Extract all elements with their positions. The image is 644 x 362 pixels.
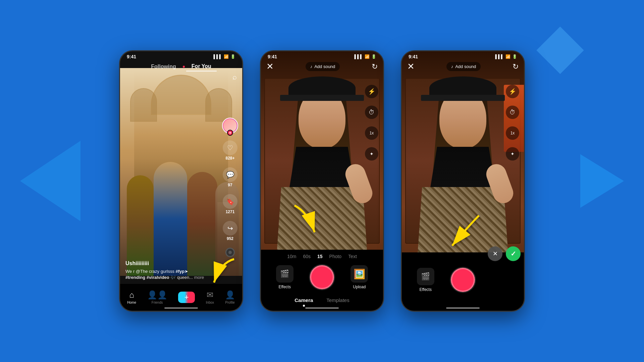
bookmark-icon: 🔖 [223, 194, 237, 209]
duration-10m[interactable]: 10m [287, 254, 296, 259]
nav-create[interactable]: + [178, 292, 195, 303]
flash-icon-3: ⚡ [506, 85, 519, 98]
like-icon: ♡ [223, 140, 237, 155]
close-button[interactable]: ✕ [266, 61, 274, 72]
add-sound-label: Add sound [314, 64, 335, 69]
camera-mode-label: Camera [294, 297, 313, 303]
bg-decoration-diamond [536, 26, 584, 74]
speed-icon-3: 1x [506, 126, 519, 140]
phone-2-camera: 9:41 ▌▌▌ 📶 🔋 ✕ ♪ Add sound ↻ ⚡ ⏱ [260, 50, 384, 312]
effects-label-3: Effects [419, 287, 431, 292]
friends-label: Friends [152, 301, 163, 304]
nav-friends[interactable]: 👤👤 Friends [147, 290, 167, 304]
wifi-icon-2: 📶 [365, 54, 370, 59]
creator-avatar: + [222, 118, 238, 134]
record-button[interactable] [310, 265, 334, 289]
bookmark-button-wrap[interactable]: 🔖 1271 [223, 194, 237, 214]
camera-controls-row-3: 🎬 Effects [402, 264, 524, 297]
timer-control[interactable]: ⏱ [365, 106, 378, 119]
add-sound-label-3: Add sound [455, 64, 476, 69]
timer-icon-3: ⏱ [506, 106, 519, 119]
like-button-wrap[interactable]: ♡ 828+ [223, 140, 237, 161]
upload-button[interactable]: 🖼️ Upload [351, 265, 368, 289]
nav-inbox[interactable]: ✉ Inbox [206, 290, 214, 304]
share-button-wrap[interactable]: ↪ 952 [223, 221, 237, 241]
hashtag-trending[interactable]: #trending [125, 275, 145, 280]
home-indicator-3 [446, 307, 480, 309]
nav-profile[interactable]: 👤 Profile [225, 290, 235, 304]
duration-tabs: 10m 60s 15 Photo Text [261, 250, 383, 262]
cancel-button[interactable]: ✕ [488, 246, 502, 261]
music-note-icon-3: ♪ [451, 64, 453, 69]
camera-bottom-controls: 10m 60s 15 Photo Text 🎬 Effects 🖼️ [261, 250, 383, 311]
record-button-3[interactable] [451, 268, 475, 292]
battery-icon: 🔋 [230, 54, 235, 59]
status-icons-phone2: ▌▌▌ 📶 🔋 [354, 54, 376, 59]
yellow-arrow-1 [201, 256, 241, 291]
templates-mode-label[interactable]: Templates [326, 297, 349, 307]
flash-control-3[interactable]: ⚡ [506, 85, 519, 98]
comment-icon: 💬 [223, 167, 237, 182]
upload-icon: 🖼️ [351, 265, 368, 283]
hashtag-queen[interactable]: 🎶 queen... [170, 275, 193, 280]
confirm-button[interactable]: ✓ [506, 246, 521, 261]
beauty-control[interactable]: ✦ [365, 147, 378, 161]
time-phone1: 9:41 [127, 54, 136, 59]
for-you-tab[interactable]: For You [186, 62, 217, 71]
hashtag-fyp[interactable]: #fyp [176, 269, 185, 274]
status-bar-phone1: 9:41 ▌▌▌ 📶 🔋 [120, 51, 242, 61]
duration-60s[interactable]: 60s [303, 254, 311, 259]
comment-count: 97 [228, 183, 232, 187]
timer-control-3[interactable]: ⏱ [506, 106, 519, 119]
following-tab[interactable]: Following [146, 62, 181, 71]
beauty-icon: ✦ [365, 147, 378, 161]
beauty-control-3[interactable]: ✦ [506, 147, 519, 161]
duration-text[interactable]: Text [348, 254, 357, 259]
create-button[interactable]: + [178, 292, 195, 303]
home-label: Home [127, 301, 136, 304]
speed-control[interactable]: 1x [365, 126, 378, 140]
time-phone2: 9:41 [268, 54, 277, 59]
home-indicator-1 [164, 307, 198, 309]
rotate-camera-button[interactable]: ↻ [372, 62, 378, 71]
create-icon: + [184, 293, 189, 302]
add-sound-button-3[interactable]: ♪ Add sound [446, 62, 481, 71]
friends-icon: 👤👤 [147, 290, 167, 300]
camera-mode-indicator [303, 305, 305, 307]
upload-label: Upload [353, 285, 366, 289]
camera-controls-row: 🎬 Effects 🖼️ Upload [261, 262, 383, 295]
effects-label: Effects [278, 285, 290, 289]
creator-avatar-wrap[interactable]: + [222, 118, 238, 134]
battery-icon-3: 🔋 [512, 54, 517, 59]
beauty-icon-3: ✦ [506, 147, 519, 161]
camera-right-controls: ⚡ ⏱ 1x ✦ [365, 85, 378, 161]
hashtag-viral[interactable]: #viralvideo [147, 275, 169, 280]
close-button-3[interactable]: ✕ [407, 61, 415, 72]
rotate-camera-button-3[interactable]: ↻ [513, 62, 519, 71]
effects-icon-3: 🎬 [417, 268, 434, 285]
bottom-spacer [402, 297, 524, 311]
speed-control-3[interactable]: 1x [506, 126, 519, 140]
status-icons-phone3: ▌▌▌ 📶 🔋 [495, 54, 517, 59]
flash-control[interactable]: ⚡ [365, 85, 378, 98]
flash-icon: ⚡ [365, 85, 378, 98]
add-sound-button[interactable]: ♪ Add sound [306, 62, 340, 71]
yellow-arrow-2 [288, 202, 335, 240]
live-dot [183, 66, 185, 68]
bg-decoration-left [20, 141, 80, 221]
status-bar-phone3: 9:41 ▌▌▌ 📶 🔋 [402, 51, 524, 61]
battery-icon-2: 🔋 [371, 54, 376, 59]
effects-button[interactable]: 🎬 Effects [276, 265, 293, 289]
camera-tab[interactable]: Camera [294, 297, 313, 307]
signal-icon-3: ▌▌▌ [495, 54, 504, 59]
nav-home[interactable]: ⌂ Home [127, 290, 136, 304]
comment-button-wrap[interactable]: 💬 97 [223, 167, 237, 187]
status-icons-phone1: ▌▌▌ 📶 🔋 [213, 54, 235, 59]
duration-photo[interactable]: Photo [329, 254, 342, 259]
desc-text: We r @The crazy gurlsss [125, 269, 176, 274]
duration-15s[interactable]: 15 [317, 254, 323, 259]
effects-icon: 🎬 [276, 265, 293, 283]
search-icon[interactable]: ⌕ [232, 73, 237, 81]
effects-button-3[interactable]: 🎬 Effects [417, 268, 434, 292]
signal-icon: ▌▌▌ [213, 54, 222, 59]
